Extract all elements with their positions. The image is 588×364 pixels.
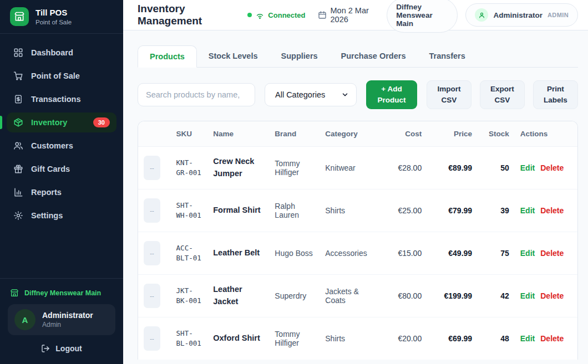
- table-row: -- ACC-BLT-01 Leather Belt Hugo Boss Acc…: [138, 232, 577, 275]
- sidebar-item-label: Point of Sale: [31, 71, 80, 80]
- category-select[interactable]: All Categories: [265, 83, 357, 106]
- column-brand: Brand: [269, 121, 320, 147]
- delete-button[interactable]: Delete: [540, 206, 564, 215]
- box-icon: [13, 117, 23, 127]
- tab-purchase-orders[interactable]: Purchase Orders: [330, 45, 418, 68]
- sidebar-item-gift-cards[interactable]: Gift Cards: [7, 159, 116, 179]
- bar-chart-icon: [13, 187, 23, 197]
- sidebar-item-settings[interactable]: Settings: [7, 206, 116, 225]
- table-row: -- SHT-BL-001 Oxford Shirt Tommy Hilfige…: [138, 317, 577, 360]
- app-logo: Till POS Point of Sale: [0, 0, 123, 34]
- product-cost: €80.00: [381, 275, 427, 317]
- add-product-button[interactable]: + Add Product: [366, 80, 417, 109]
- search-input[interactable]: [138, 83, 255, 106]
- table-row: -- KNT-GR-001 Crew Neck Jumper Tommy Hil…: [138, 147, 577, 189]
- product-price: €199.99: [427, 275, 478, 317]
- product-category: Knitwear: [320, 147, 381, 189]
- tab-stock-levels[interactable]: Stock Levels: [197, 45, 270, 68]
- person-icon: [475, 8, 488, 22]
- avatar: A: [14, 309, 36, 330]
- product-category: Shirts: [320, 189, 381, 232]
- toolbar: All Categories + Add Product Import CSV …: [138, 80, 578, 109]
- grid-icon: [13, 48, 23, 58]
- product-price: €79.99: [427, 189, 478, 232]
- logout-button[interactable]: Logout: [8, 335, 115, 355]
- product-sku: ACC-BLT-01: [176, 244, 201, 262]
- delete-button[interactable]: Delete: [540, 249, 564, 258]
- import-csv-button[interactable]: Import CSV: [427, 80, 472, 109]
- edit-button[interactable]: Edit: [520, 163, 535, 172]
- export-csv-button[interactable]: Export CSV: [480, 80, 525, 109]
- product-brand: Superdry: [269, 275, 320, 317]
- current-date: Mon 2 Mar 2026: [318, 6, 379, 24]
- edit-button[interactable]: Edit: [520, 334, 535, 343]
- print-labels-button[interactable]: Print Labels: [533, 80, 578, 109]
- product-stock: 50: [478, 147, 515, 189]
- sidebar-item-customers[interactable]: Customers: [7, 136, 116, 156]
- edit-button[interactable]: Edit: [520, 249, 535, 258]
- delete-button[interactable]: Delete: [540, 334, 564, 343]
- tab-products[interactable]: Products: [138, 45, 197, 68]
- sidebar-item-label: Reports: [31, 188, 62, 197]
- product-name: Formal Shirt: [213, 206, 260, 214]
- edit-button[interactable]: Edit: [520, 291, 535, 300]
- receipt-icon: [13, 94, 23, 104]
- product-name: Leather Belt: [213, 248, 260, 257]
- product-stock: 39: [478, 189, 515, 232]
- product-thumbnail: --: [144, 156, 160, 180]
- calendar-icon: [318, 11, 327, 19]
- product-price: €69.99: [427, 317, 478, 360]
- column-sku: SKU: [171, 121, 208, 147]
- sidebar-item-dashboard[interactable]: Dashboard: [7, 43, 116, 63]
- column-name: Name: [207, 121, 269, 147]
- status-dot: [247, 13, 252, 17]
- connection-status: Connected: [247, 11, 305, 20]
- product-stock: 48: [478, 317, 515, 360]
- product-sku: SHT-WH-001: [176, 201, 201, 219]
- column-price: Price: [427, 121, 478, 147]
- product-price: €89.99: [427, 147, 478, 189]
- product-brand: Ralph Lauren: [269, 189, 320, 232]
- table-header-row: SKU Name Brand Category Cost Price Stock…: [138, 121, 577, 147]
- tab-suppliers[interactable]: Suppliers: [270, 45, 330, 68]
- table-row: -- SHT-WH-001 Formal Shirt Ralph Lauren …: [138, 189, 577, 232]
- active-store-label: Diffney Menswear Main: [8, 286, 115, 304]
- product-cost: €15.00: [381, 232, 427, 275]
- product-stock: 42: [478, 275, 515, 317]
- sidebar-item-point-of-sale[interactable]: Point of Sale: [7, 66, 116, 86]
- user-menu-pill[interactable]: Administrator ADMIN: [465, 3, 578, 27]
- delete-button[interactable]: Delete: [540, 291, 564, 300]
- sidebar-item-reports[interactable]: Reports: [7, 182, 116, 202]
- role-badge: ADMIN: [548, 12, 569, 18]
- column-stock: Stock: [478, 121, 515, 147]
- sidebar-item-label: Gift Cards: [31, 165, 70, 173]
- product-thumbnail: --: [144, 326, 160, 351]
- cart-icon: [13, 71, 23, 81]
- sidebar-item-inventory[interactable]: Inventory 30: [7, 112, 116, 132]
- store-selector-pill[interactable]: Diffney Menswear Main: [387, 0, 458, 33]
- sidebar-item-label: Transactions: [31, 95, 80, 104]
- storefront-logo-icon: [10, 7, 29, 26]
- product-name: Leather Jacket: [213, 285, 242, 306]
- product-name: Crew Neck Jumper: [213, 157, 254, 178]
- gear-icon: [13, 211, 23, 221]
- product-brand: Tommy Hilfiger: [269, 317, 320, 360]
- user-name: Administrator: [42, 311, 93, 320]
- product-cost: €25.00: [381, 189, 427, 232]
- product-brand: Hugo Boss: [269, 232, 320, 275]
- sidebar-item-label: Settings: [31, 211, 63, 220]
- product-name: Oxford Shirt: [213, 334, 260, 342]
- main-area: Inventory Management Connected Mon 2 Mar…: [123, 0, 588, 364]
- sidebar-user-card: A Administrator Admin: [8, 304, 115, 335]
- delete-button[interactable]: Delete: [540, 163, 564, 172]
- gift-icon: [13, 164, 23, 174]
- product-stock: 75: [478, 232, 515, 275]
- sidebar-footer: Diffney Menswear Main A Administrator Ad…: [0, 278, 123, 364]
- edit-button[interactable]: Edit: [520, 206, 535, 215]
- column-category: Category: [320, 121, 381, 147]
- tab-bar: Products Stock Levels Suppliers Purchase…: [138, 45, 578, 68]
- tab-transfers[interactable]: Transfers: [417, 45, 477, 68]
- inventory-count-badge: 30: [93, 117, 110, 127]
- sidebar-item-transactions[interactable]: Transactions: [7, 89, 116, 109]
- product-price: €49.99: [427, 232, 478, 275]
